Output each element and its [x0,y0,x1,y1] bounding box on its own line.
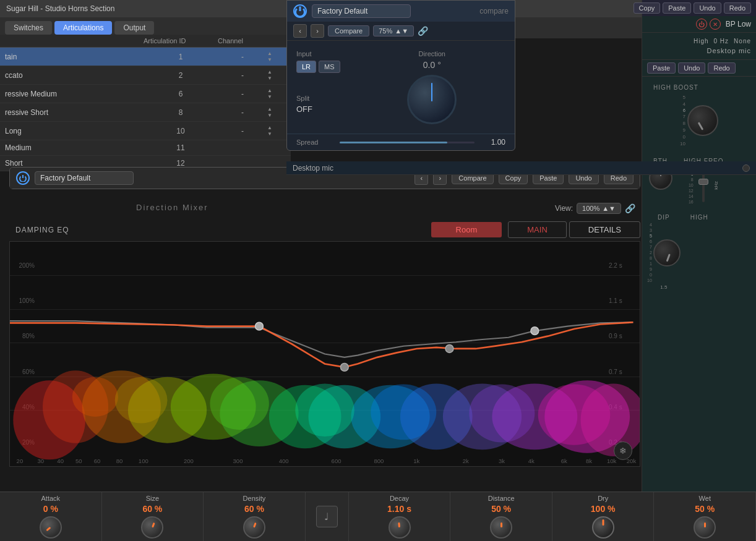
window-title: Sugar Hill - Studio Horns Section [6,4,114,13]
dip-knob[interactable] [653,239,681,266]
tab-output[interactable]: Output [114,21,154,35]
wet-knob[interactable] [694,516,716,539]
right-paste2-button[interactable]: Paste [647,62,676,74]
spread-fill [340,142,447,143]
direction-mixer-label: Direction Mixer [136,203,208,212]
lr-button[interactable]: LR [296,61,316,73]
room-tab[interactable]: Room [431,222,502,237]
freeze-button[interactable]: ❄ [614,441,632,460]
size-knob[interactable] [141,516,163,539]
music-note-icon[interactable]: ♩ [316,506,338,527]
param-distance: Distance 50 % [450,492,552,541]
table-row[interactable]: Medium 11 [0,140,291,156]
svg-text:3k: 3k [499,458,505,464]
upper-plugin-panel: Factory Default compare ‹ › Compare 75% … [286,0,515,151]
svg-text:60: 60 [94,458,101,464]
right-copy-button[interactable]: Copy [634,2,661,14]
direction-value: 0.0 ° [423,60,441,70]
bth-highfreq-section: BTH HIGH FREQ 5 6 8 10 12 14 16 [642,151,756,208]
attack-knob[interactable] [40,516,62,539]
high-freq-slider[interactable] [698,179,708,185]
lower-power-button[interactable] [16,171,30,185]
upper-chain-icon[interactable]: 🔗 [418,26,428,36]
main-tab[interactable]: MAIN [508,221,567,238]
tab-switches[interactable]: Switches [5,21,52,35]
right-misc-section: High 0 Hz None Desktop mic [642,33,756,60]
ms-button[interactable]: MS [319,61,340,73]
direction-knob[interactable] [407,75,457,124]
high-boost-label: HIGH BOOST [647,82,751,91]
spectrum-svg: 20 30 40 50 60 80 100 200 300 400 600 80… [10,242,640,466]
right-panel: Copy Paste Undo Redo ⏻ ✕ BP Low High 0 H… [642,0,756,541]
svg-text:80: 80 [116,458,123,464]
dry-knob[interactable] [592,516,614,539]
high-boost-section: HIGH BOOST 5 4 6 7 8 9 0 10 [642,77,756,151]
wet-value: 50 % [695,504,715,514]
power-icon[interactable]: ⏻ [696,19,707,30]
table-row[interactable]: tain 1 - ▲▼ [0,48,291,66]
table-row[interactable]: ressive Medium 6 - ▲▼ [0,85,291,103]
svg-point-17 [295,384,354,437]
upper-compare-button[interactable]: Compare [328,25,369,36]
upper-pct-display: 75% ▲▼ [373,25,414,36]
param-wet: Wet 50 % [654,492,756,541]
svg-point-14 [72,377,118,417]
distance-value: 50 % [491,504,511,514]
svg-text:4k: 4k [528,458,535,464]
input-panel: Input LR MS Split OFF [296,50,340,114]
param-size: Size 60 % [102,492,204,541]
decay-label: Decay [390,495,409,502]
spread-slider[interactable] [340,142,475,143]
music-note-area: ♩ [306,492,349,541]
upper-prev-button[interactable]: ‹ [293,24,307,38]
upper-next-button[interactable]: › [311,24,324,38]
svg-point-18 [371,385,436,440]
spread-value: 1.00 [481,138,505,147]
close-icon[interactable]: ✕ [710,19,721,30]
details-tab[interactable]: DETAILS [569,221,640,238]
param-dry: Dry 100 % [552,492,655,541]
svg-text:50: 50 [75,458,82,464]
direction-label: Direction [419,50,445,58]
right-actions2: Paste Undo Redo [642,60,756,77]
knob-indicator [431,83,432,101]
lower-preset-dropdown[interactable]: Factory Default [35,171,134,185]
articulation-panel: Articulation ID Channel tain 1 - ▲▼ ccat… [0,35,291,171]
upper-preset-dropdown[interactable]: Factory Default [312,4,411,18]
direction-knob-area: Direction 0.0 ° [359,50,505,124]
svg-point-24 [445,345,453,353]
tab-articulations[interactable]: Articulations [54,21,112,35]
table-row[interactable]: ccato 2 - ▲▼ [0,66,291,85]
view-area: View: 100% ▲▼ 🔗 [555,203,635,214]
view-label: View: [555,204,573,213]
high-boost-knob[interactable] [687,105,718,136]
right-redo-button[interactable]: Redo [724,2,751,14]
svg-text:800: 800 [374,458,384,464]
svg-point-20 [538,385,611,445]
right-paste-button[interactable]: Paste [663,2,691,14]
svg-text:6k: 6k [561,458,567,464]
svg-point-15 [115,377,168,424]
right-undo-button[interactable]: Undo [694,2,721,14]
input-label: Input [296,50,340,58]
right-power-row: ⏻ ✕ BP Low [642,16,756,33]
svg-text:300: 300 [233,458,243,464]
distance-knob[interactable] [490,516,512,539]
desktop-mic-label: Desktop mic [293,164,333,173]
decay-knob[interactable] [389,516,411,539]
input-buttons: LR MS [296,61,340,73]
table-row[interactable]: ressive Short 8 - ▲▼ [0,103,291,122]
table-row[interactable]: Long 10 - ▲▼ [0,122,291,140]
col-articulation-id: Articulation ID [144,37,218,45]
split-value: OFF [296,104,340,114]
distance-label: Distance [488,495,515,502]
param-decay: Decay 1.10 s [349,492,451,541]
view-pct-value: 100% [582,205,599,212]
lower-chain-icon[interactable]: 🔗 [625,203,635,213]
dry-value: 100 % [591,504,616,514]
right-undo2-button[interactable]: Undo [678,62,705,74]
right-redo2-button[interactable]: Redo [708,62,735,74]
density-knob[interactable] [243,516,265,539]
dip-knob-item: DIP 4 3 5 6 7 2 8 1 9 0 10 [647,211,681,290]
upper-power-button[interactable] [293,4,307,18]
